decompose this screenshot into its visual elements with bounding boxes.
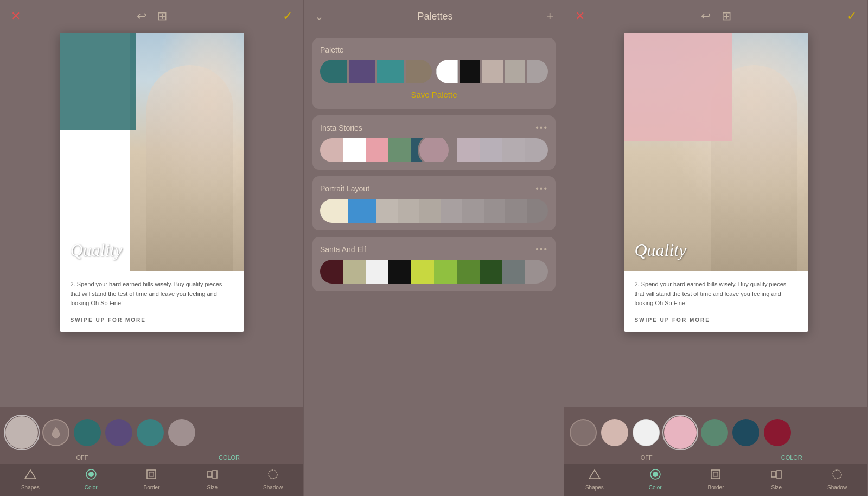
santa-elf-swatches [320, 260, 548, 284]
left-label-color[interactable]: COLOR [155, 454, 298, 461]
left-layers-icon[interactable]: ⊞ [157, 9, 167, 23]
right-color-circle-5[interactable] [732, 419, 760, 446]
left-image-container: Quality [60, 33, 244, 271]
palette-portrait-layout: Portrait Layout ••• [312, 176, 556, 230]
left-label-off[interactable]: OFF [5, 454, 151, 461]
palette-swatch-3[interactable] [406, 60, 432, 83]
santa-swatch-6[interactable] [457, 260, 480, 284]
insta-swatch-9[interactable] [525, 138, 548, 162]
portrait-swatch-5[interactable] [441, 199, 463, 223]
insta-swatch-0[interactable] [320, 138, 343, 162]
left-color-circle-3[interactable] [105, 419, 132, 446]
palette-swatch-2[interactable] [377, 60, 404, 83]
portrait-swatch-9[interactable] [527, 199, 548, 223]
right-nav-size[interactable]: Size [746, 468, 807, 491]
right-label-color[interactable]: COLOR [722, 454, 863, 461]
left-color-circle-4[interactable] [137, 419, 164, 446]
left-color-circle-0[interactable] [5, 416, 38, 449]
palette-swatch-5[interactable] [460, 60, 481, 83]
svg-marker-8 [589, 470, 600, 479]
santa-elf-menu[interactable]: ••• [535, 244, 548, 254]
left-panel: ✕ ↩ ⊞ ✓ Quality 2. Spend your hard earne… [0, 0, 304, 496]
svg-rect-11 [711, 470, 720, 479]
svg-rect-14 [777, 471, 781, 478]
insta-selected-swatch[interactable] [418, 138, 450, 162]
left-color-circle-2[interactable] [74, 419, 101, 446]
right-color-circle-2[interactable] [633, 419, 660, 446]
right-color-labels: OFF COLOR [564, 453, 867, 464]
santa-swatch-7[interactable] [480, 260, 502, 284]
left-color-circle-droplet[interactable] [42, 419, 69, 446]
insta-swatch-7[interactable] [480, 138, 502, 162]
portrait-swatch-0[interactable] [320, 199, 348, 223]
right-nav-color[interactable]: Color [625, 468, 686, 491]
portrait-swatch-1[interactable] [348, 199, 376, 223]
portrait-swatch-6[interactable] [462, 199, 484, 223]
right-nav-shadow[interactable]: Shadow [807, 468, 867, 491]
right-color-circle-off[interactable] [570, 419, 597, 446]
right-check-icon[interactable]: ✓ [847, 9, 857, 23]
left-nav-shadow[interactable]: Shadow [242, 468, 303, 491]
left-close-icon[interactable]: ✕ [11, 9, 21, 23]
insta-stories-menu[interactable]: ••• [535, 123, 548, 133]
right-image-container: Quality [624, 33, 808, 271]
right-layers-icon[interactable]: ⊞ [722, 9, 731, 23]
palette-swatch-0[interactable] [320, 60, 347, 83]
palette-swatch-6[interactable] [482, 60, 503, 83]
svg-rect-13 [771, 472, 776, 477]
insta-swatch-8[interactable] [502, 138, 525, 162]
portrait-swatch-2[interactable] [376, 199, 398, 223]
palette-swatch-4[interactable] [436, 60, 458, 83]
left-top-bar: ✕ ↩ ⊞ ✓ [0, 0, 303, 33]
right-undo-icon[interactable]: ↩ [701, 9, 711, 23]
left-body-text: 2. Spend your hard earned bills wisely. … [71, 280, 233, 308]
palette-swatch-7[interactable] [505, 60, 526, 83]
santa-elf-title: Santa And Elf [320, 245, 366, 254]
right-color-circle-4[interactable] [701, 419, 728, 446]
svg-rect-6 [213, 471, 217, 478]
svg-rect-12 [713, 472, 718, 476]
right-nav-shapes[interactable]: Shapes [564, 468, 625, 491]
left-nav-color[interactable]: Color [61, 468, 122, 491]
santa-swatch-5[interactable] [434, 260, 457, 284]
portrait-swatch-3[interactable] [398, 199, 420, 223]
right-nav-border[interactable]: Border [686, 468, 746, 491]
right-bottom-nav: Shapes Color Border Size [564, 464, 867, 496]
santa-swatch-4[interactable] [411, 260, 434, 284]
palette-swatch-8[interactable] [527, 60, 548, 83]
portrait-layout-menu[interactable]: ••• [535, 184, 548, 194]
portrait-swatch-7[interactable] [484, 199, 506, 223]
save-palette-button[interactable]: Save Palette [411, 90, 457, 99]
santa-swatch-9[interactable] [525, 260, 548, 284]
palette-swatch-1[interactable] [349, 60, 375, 83]
svg-rect-5 [207, 472, 212, 477]
insta-swatch-1[interactable] [343, 138, 366, 162]
santa-swatch-3[interactable] [388, 260, 411, 284]
palette-arrow-icon[interactable]: ⌄ [315, 10, 324, 23]
left-size-icon [206, 468, 218, 483]
insta-swatch-6[interactable] [457, 138, 480, 162]
santa-swatch-0[interactable] [320, 260, 343, 284]
left-color-circles [0, 412, 303, 453]
left-color-circle-5[interactable] [168, 419, 195, 446]
right-color-circle-6[interactable] [764, 419, 791, 446]
left-nav-border[interactable]: Border [122, 468, 182, 491]
left-nav-shapes[interactable]: Shapes [0, 468, 61, 491]
portrait-swatch-4[interactable] [419, 199, 441, 223]
insta-swatch-2[interactable] [366, 138, 388, 162]
santa-swatch-8[interactable] [502, 260, 525, 284]
portrait-swatch-8[interactable] [505, 199, 527, 223]
insta-swatch-3[interactable] [388, 138, 411, 162]
right-close-icon[interactable]: ✕ [575, 9, 585, 23]
right-label-off[interactable]: OFF [570, 454, 717, 461]
right-color-circle-3-selected[interactable] [664, 416, 697, 449]
left-nav-size[interactable]: Size [182, 468, 242, 491]
left-undo-icon[interactable]: ↩ [137, 9, 146, 23]
left-check-icon[interactable]: ✓ [283, 9, 292, 23]
right-color-circles [564, 412, 867, 453]
palette-main-section: Palette Save Palette [312, 38, 556, 109]
santa-swatch-2[interactable] [366, 260, 388, 284]
santa-swatch-1[interactable] [343, 260, 366, 284]
palette-plus-icon[interactable]: + [546, 9, 553, 23]
right-color-circle-1[interactable] [601, 419, 628, 446]
